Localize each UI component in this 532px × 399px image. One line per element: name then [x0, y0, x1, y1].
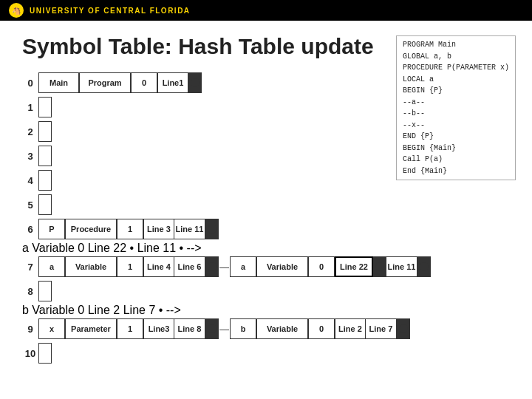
hash-row-6: 6 P Procedure 1 Line 3 Line 11: [22, 217, 431, 241]
cell-scope-9a: 1: [117, 318, 143, 339]
empty-cell-10: [38, 343, 52, 364]
hash-row-3: 3: [22, 144, 431, 168]
hash-cell-0: Main Program 0 Line1: [38, 72, 202, 93]
cell-line8-9a: Line 8: [174, 318, 205, 339]
cell-null-ptr-6: [205, 219, 219, 239]
hash-index-2: 2: [22, 126, 38, 137]
code-line-2: GLOBAL a, b: [403, 51, 509, 63]
cell-line22-7b: Line 22: [335, 256, 373, 277]
code-line-12: End {Main}: [403, 166, 509, 177]
hash-row-5: 5: [22, 193, 431, 216]
cell-line7-9b: Line 7: [366, 318, 397, 339]
hash-cell-6: P Procedure 1 Line 3 Line 11: [38, 219, 219, 239]
hash-index-3: 3: [22, 151, 38, 162]
cell-line3-6: Line 3: [143, 219, 174, 239]
cell-procedure: Procedure: [65, 219, 117, 239]
cell-null-ptr-0: [188, 72, 202, 93]
code-line-7: --b--: [403, 108, 509, 120]
hash-row-10: 10: [22, 341, 431, 365]
hash-index-0: 0: [22, 78, 38, 89]
cell-line1: Line1: [157, 72, 188, 93]
hash-index-9: 9: [22, 324, 38, 335]
cell-line4-7a: Line 4: [143, 256, 174, 277]
empty-cell-3: [38, 146, 52, 166]
cell-ptr-7a: [205, 256, 219, 277]
cell-parameter-9: Parameter: [65, 318, 117, 339]
cell-main: Main: [38, 72, 79, 93]
hash-cell-4: [38, 170, 52, 191]
cell-ptr-7b: [373, 256, 386, 277]
cell-variable-7b: Variable: [256, 256, 308, 277]
cell-scope-9b: 0: [308, 318, 335, 339]
code-line-8: --x--: [403, 120, 509, 132]
hash-row-1: 1: [22, 95, 431, 119]
cell-a2: a: [230, 256, 256, 277]
cell-line11-6: Line 11: [174, 219, 205, 239]
cell-program: Program: [79, 72, 131, 93]
code-panel: PROGRAM Main GLOBAL a, b PROCEDURE P(PAR…: [396, 35, 516, 180]
empty-cell-2: [38, 121, 52, 142]
hash-cell-2: [38, 121, 52, 142]
dot-7b: [375, 262, 384, 271]
code-line-10: BEGIN {Main}: [403, 143, 509, 154]
ucf-header: 🐴 UNIVERSITY OF CENTRAL FLORIDA: [0, 0, 532, 21]
arrow-9: —: [219, 324, 229, 335]
dot-9a: [208, 324, 216, 333]
hash-cell-8: [38, 281, 52, 301]
cell-scope-7b: 0: [308, 256, 335, 277]
hash-row-4: 4: [22, 168, 431, 192]
cell-0-scope: 0: [131, 72, 157, 93]
dot-7a: [208, 262, 216, 271]
hash-index-8: 8: [22, 286, 38, 297]
code-line-5: BEGIN {P}: [403, 85, 509, 97]
dot-6: [208, 225, 216, 233]
empty-cell-5: [38, 194, 52, 215]
cell-line2-9b: Line 2: [335, 318, 366, 339]
cell-line6-7a: Line 6: [174, 256, 205, 277]
code-line-9: END {P}: [403, 131, 509, 143]
cell-null-9b: [397, 318, 410, 339]
code-line-3: PROCEDURE P(PARAMETER x): [403, 62, 509, 74]
cell-ptr-9a: [205, 318, 219, 339]
ucf-pegasus-logo: 🐴: [9, 3, 24, 18]
cell-line3-9a: Line3: [143, 318, 174, 339]
hash-cell-5: [38, 194, 52, 215]
hash-row-9: 9 x Parameter 1 Line3 Line 8 — b Variabl…: [22, 317, 431, 341]
code-line-1: PROGRAM Main: [403, 39, 509, 51]
dot-0: [191, 78, 200, 87]
cell-scope-6: 1: [117, 219, 143, 239]
cell-scope-7a: 1: [117, 256, 143, 277]
arrow-7: —: [219, 262, 229, 273]
dot-null-7b: [420, 262, 429, 271]
cell-variable-9b: Variable: [256, 318, 308, 339]
hash-row-0: 0 Main Program 0 Line1: [22, 71, 431, 95]
hash-cell-3: [38, 146, 52, 166]
cell-a1: a: [38, 256, 65, 277]
hash-index-6: 6: [22, 224, 38, 235]
empty-cell-4: [38, 170, 52, 191]
hash-index-4: 4: [22, 175, 38, 186]
ucf-university-name: UNIVERSITY OF CENTRAL FLORIDA: [30, 7, 191, 15]
cell-line11-7b: Line 11: [386, 256, 417, 277]
hash-index-1: 1: [22, 102, 38, 113]
cell-p: P: [38, 219, 65, 239]
cell-null-7b: [417, 256, 431, 277]
code-line-11: Call P(a): [403, 154, 509, 166]
hash-cell-7: a Variable 1 Line 4 Line 6 — a Variable …: [38, 256, 431, 277]
hash-index-10: 10: [22, 348, 38, 359]
cell-x: x: [38, 318, 65, 339]
code-line-6: --a--: [403, 97, 509, 109]
hash-row-8: 8: [22, 279, 431, 303]
cell-variable-7a: Variable: [65, 256, 117, 277]
hash-index-5: 5: [22, 200, 38, 211]
empty-cell-8: [38, 281, 52, 301]
hash-table: 0 Main Program 0 Line1 1: [22, 71, 431, 366]
hash-cell-9: x Parameter 1 Line3 Line 8 — b Variable …: [38, 318, 410, 339]
dot-null-9b: [399, 324, 408, 333]
hash-index-7: 7: [22, 262, 38, 273]
empty-cell-1: [38, 97, 52, 117]
hash-cell-1: [38, 97, 52, 117]
cell-b: b: [230, 318, 256, 339]
hash-cell-10: [38, 343, 52, 364]
hash-row-7: 7 a Variable 1 Line 4 Line 6 — a Variabl…: [22, 255, 431, 279]
